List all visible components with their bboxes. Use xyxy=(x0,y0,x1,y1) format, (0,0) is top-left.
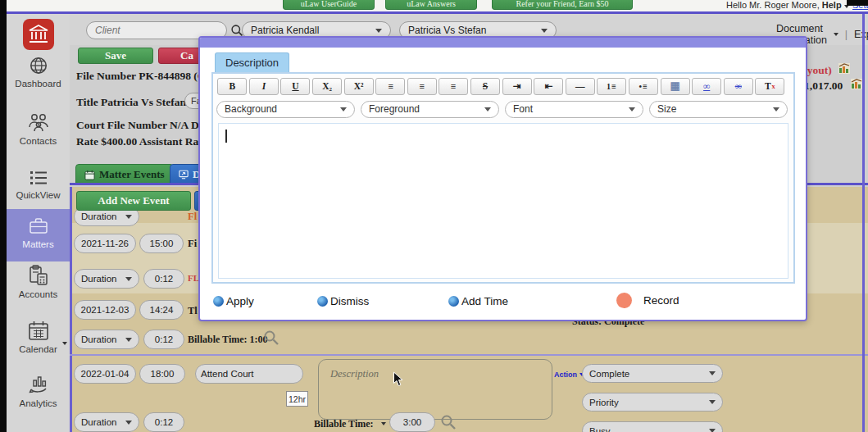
align-center-button[interactable]: ≡ xyxy=(407,78,437,95)
title-line: Title Patricia Vs Stefan xyxy=(76,96,186,109)
tab-description[interactable]: Description xyxy=(215,52,289,72)
event-time-input[interactable]: 15:00 xyxy=(139,234,184,253)
help-menu[interactable]: Help xyxy=(822,0,842,10)
radio-icon xyxy=(448,296,459,307)
event-date-input[interactable]: 2021-12-03 xyxy=(74,300,136,320)
action-label-text: Action xyxy=(554,371,577,379)
apply-button[interactable]: Apply xyxy=(213,295,254,307)
text-caret xyxy=(225,130,227,143)
chevron-down-icon xyxy=(834,33,838,36)
unordered-list-button[interactable]: •≡ xyxy=(629,78,658,95)
event-date-input[interactable]: 2021-11-26 xyxy=(74,234,136,253)
clear-format-button[interactable]: Tx xyxy=(755,78,784,95)
italic-button[interactable]: I xyxy=(249,78,279,95)
sidebar-item-analytics[interactable]: Analytics xyxy=(7,373,70,408)
ordered-list-button[interactable]: 1≡ xyxy=(597,78,626,95)
sidebar-item-matters[interactable]: Matters xyxy=(7,216,70,249)
chart-icon[interactable] xyxy=(838,63,850,74)
subscript-button[interactable]: X₂ xyxy=(312,78,342,95)
editor-style-selects: Background Foreground Font Size xyxy=(215,98,792,120)
background-select[interactable]: Background xyxy=(216,101,355,118)
insert-image-button[interactable]: ▦ xyxy=(661,78,690,95)
video-letterbox-corner xyxy=(847,0,868,6)
top-bar: uLaw UserGuide uLaw Answers Refer your F… xyxy=(7,0,868,11)
billable-time-input[interactable]: 3:00 xyxy=(389,412,435,432)
indent-button[interactable]: ⇥ xyxy=(502,78,532,95)
duration-value-input[interactable]: 0:12 xyxy=(143,330,184,349)
duration-label: Duration xyxy=(81,417,116,427)
editor-content-area[interactable] xyxy=(218,123,788,279)
ulaw-answers-button[interactable]: uLaw Answers xyxy=(385,0,477,10)
record-label: Record xyxy=(643,294,679,307)
event-name-fragment: Fi xyxy=(188,238,197,250)
underline-button[interactable]: U xyxy=(280,78,310,95)
record-icon xyxy=(616,293,632,308)
save-button[interactable]: Save xyxy=(78,48,153,64)
bold-button[interactable]: B xyxy=(217,78,247,95)
link-button[interactable]: ∞ xyxy=(692,78,721,95)
ulaw-logo[interactable] xyxy=(23,19,54,50)
chevron-down-icon[interactable] xyxy=(62,342,67,345)
event-flag-fragment: FL xyxy=(188,273,199,283)
strikethrough-button[interactable]: S xyxy=(470,78,500,95)
duration-label: Duration xyxy=(81,274,116,284)
file-number-line: File Number PK-844898 (C xyxy=(76,70,206,83)
app-window: uLaw UserGuide uLaw Answers Refer your F… xyxy=(0,0,868,432)
dismiss-button[interactable]: Dismiss xyxy=(317,295,369,307)
sidebar-item-quickview[interactable]: QuickView xyxy=(7,168,70,200)
clear-format-x: x xyxy=(772,82,775,90)
sidebar-item-contacts[interactable]: Contacts xyxy=(7,111,70,146)
event-description-textarea[interactable]: Description xyxy=(318,359,552,420)
duration-select[interactable]: Duration xyxy=(74,269,139,289)
add-time-button[interactable]: Add Time xyxy=(448,295,508,307)
12hr-badge: 12hr xyxy=(286,391,308,407)
refer-friend-button[interactable]: Refer your Friend, Earn $50 xyxy=(492,0,633,10)
analytics-chart-icon xyxy=(27,373,50,396)
ulaw-userguide-button[interactable]: uLaw UserGuide xyxy=(283,0,375,10)
busy-select[interactable]: Busy xyxy=(582,421,723,432)
action-menu[interactable]: Action xyxy=(554,371,584,379)
top-purple-divider xyxy=(7,11,868,14)
client-search-input[interactable] xyxy=(95,25,218,36)
event-time-input[interactable]: 18:00 xyxy=(139,364,185,384)
search-icon[interactable] xyxy=(440,414,457,430)
export-button[interactable]: Export xyxy=(854,29,868,40)
sidebar-item-dashboard[interactable]: Dashboard xyxy=(7,55,70,89)
chevron-down-icon xyxy=(340,107,347,111)
busy-select-value: Busy xyxy=(589,426,611,432)
superscript-button[interactable]: X² xyxy=(344,78,374,95)
record-button[interactable]: Record xyxy=(616,293,679,308)
add-new-event-button[interactable]: Add New Event xyxy=(76,191,191,211)
duration-select[interactable]: Duration xyxy=(74,330,139,349)
align-left-button[interactable]: ≡ xyxy=(375,78,405,95)
duration-select[interactable]: Duration xyxy=(74,412,139,432)
chevron-down-icon[interactable] xyxy=(381,422,386,425)
duration-value-input[interactable]: 0:12 xyxy=(143,412,184,432)
event-name-fragment: Fl xyxy=(188,211,197,223)
chevron-down-icon xyxy=(484,107,491,111)
priority-select[interactable]: Priority xyxy=(582,393,723,412)
event-name-input[interactable]: Attend Court xyxy=(195,364,303,384)
unlink-button[interactable]: ∞ xyxy=(724,78,753,95)
client-select-value: Patricia Kendall xyxy=(251,25,319,36)
dismiss-label: Dismiss xyxy=(330,295,369,307)
event-date-input[interactable]: 2022-01-04 xyxy=(74,364,136,384)
billable-time-label: Billable Time: xyxy=(314,418,374,430)
search-icon[interactable] xyxy=(263,330,279,346)
description-modal: Description B I U X₂ X² ≡ ≡ ≡ S ⇥ ⇤ — 1≡… xyxy=(198,36,807,321)
status-select[interactable]: Complete xyxy=(582,364,723,383)
outdent-button[interactable]: ⇤ xyxy=(534,78,563,95)
chart-icon[interactable] xyxy=(851,79,862,89)
event-time-input[interactable]: 14:24 xyxy=(139,300,184,320)
size-select[interactable]: Size xyxy=(649,101,788,118)
chevron-down-icon xyxy=(125,421,132,425)
sidebar-item-accounts[interactable]: Accounts xyxy=(7,264,70,299)
sidebar-item-calendar[interactable]: Calendar xyxy=(7,319,70,354)
duration-value-input[interactable]: 0:12 xyxy=(143,269,184,289)
chevron-down-icon xyxy=(125,338,132,342)
modal-titlebar[interactable] xyxy=(200,38,806,48)
horizontal-rule-button[interactable]: — xyxy=(566,78,595,95)
foreground-select[interactable]: Foreground xyxy=(361,101,499,118)
font-select[interactable]: Font xyxy=(505,101,643,118)
align-right-button[interactable]: ≡ xyxy=(439,78,468,95)
